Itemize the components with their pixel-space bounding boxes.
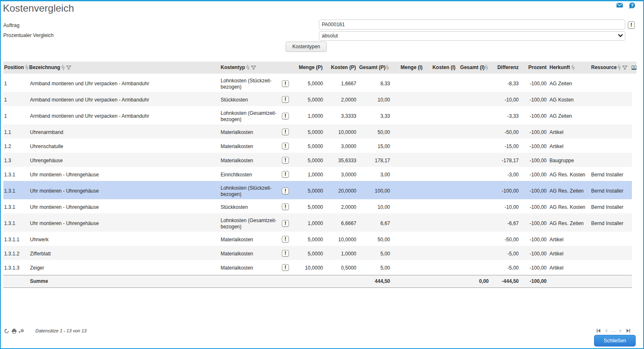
- svg-text:?: ?: [631, 3, 634, 8]
